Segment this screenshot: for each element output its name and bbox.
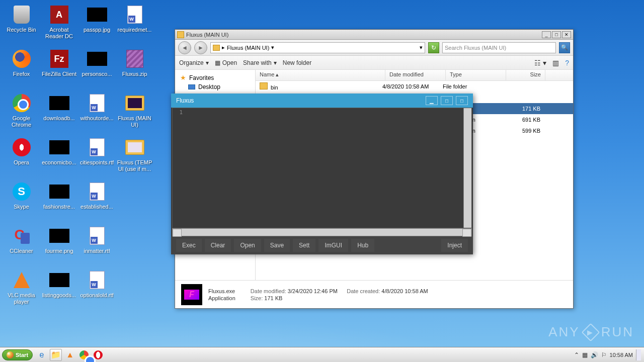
star-icon: ★ bbox=[180, 74, 186, 81]
show-desktop-button[interactable] bbox=[636, 349, 641, 360]
desktop-icon[interactable]: requiredmet... bbox=[116, 3, 153, 47]
desktop-icon[interactable]: CCleaner bbox=[3, 224, 40, 268]
folder-icon bbox=[177, 31, 184, 38]
desktop-icon[interactable]: fashionstre... bbox=[40, 179, 78, 224]
hub-button[interactable]: Hub bbox=[351, 239, 374, 252]
editor-textarea[interactable] bbox=[185, 108, 471, 228]
minimize-button[interactable]: ▁ bbox=[426, 96, 438, 105]
search-input[interactable]: Search Fluxus (MAIN UI) bbox=[442, 42, 556, 53]
open-button[interactable]: ▦ Open bbox=[215, 59, 237, 66]
organize-menu[interactable]: Organize ▾ bbox=[179, 59, 209, 66]
windows-orb-icon bbox=[7, 351, 14, 358]
file-thumbnail: F bbox=[181, 284, 202, 305]
column-size[interactable]: Size bbox=[506, 70, 545, 80]
preview-pane-button[interactable]: ▥ bbox=[552, 59, 559, 67]
desktop-icon[interactable]: fourme.png bbox=[40, 224, 78, 268]
tray-shield-icon[interactable]: ▦ bbox=[582, 351, 588, 358]
taskbar-vlc[interactable]: ▲ bbox=[64, 349, 76, 361]
desktop-icon[interactable]: passpp.jpg bbox=[78, 3, 116, 47]
taskbar-explorer[interactable]: 📁 bbox=[50, 349, 62, 361]
address-bar[interactable]: ▸ Fluxus (MAIN UI) ▾ ▾ bbox=[210, 42, 425, 53]
taskbar-ie[interactable]: e bbox=[36, 349, 48, 361]
open-button[interactable]: Open bbox=[234, 239, 261, 252]
fluxus-toolbar: Exec Clear Open Save Sett ImGUI Hub Inje… bbox=[171, 236, 473, 254]
play-icon: ▶ bbox=[581, 323, 600, 341]
help-button[interactable]: ? bbox=[565, 59, 569, 67]
exec-button[interactable]: Exec bbox=[176, 239, 202, 252]
column-headers[interactable]: Name ▴ Date modified Type Size bbox=[256, 70, 573, 81]
line-gutter: 1 bbox=[173, 108, 185, 228]
share-menu[interactable]: Share with ▾ bbox=[243, 59, 277, 66]
vertical-scrollbar[interactable] bbox=[463, 108, 471, 228]
file-row[interactable]: bin4/8/2020 10:58 AMFile folder bbox=[256, 81, 573, 92]
column-date[interactable]: Date modified bbox=[385, 70, 446, 80]
inject-button[interactable]: Inject bbox=[441, 239, 468, 252]
column-name[interactable]: Name ▴ bbox=[256, 70, 385, 80]
desktop-icon[interactable]: economicbo... bbox=[40, 135, 78, 179]
refresh-button[interactable]: ↻ bbox=[428, 42, 439, 53]
tray-expand-icon[interactable]: ⌃ bbox=[574, 351, 579, 358]
desktop-icon[interactable]: Opera bbox=[3, 135, 40, 179]
taskbar[interactable]: Start e 📁 ▲ ⌃ ▦ 🔊 ⚐ 10:58 AM bbox=[0, 347, 644, 362]
horizontal-scrollbar[interactable] bbox=[172, 228, 472, 236]
new-folder-button[interactable]: New folder bbox=[283, 59, 311, 66]
fluxus-title: Fluxus bbox=[176, 97, 423, 104]
fluxus-window[interactable]: Fluxus ▁ □ □ 1 Exec Clear Open Save Sett… bbox=[171, 94, 473, 254]
fluxus-titlebar[interactable]: Fluxus ▁ □ □ bbox=[171, 94, 473, 108]
desktop-icon[interactable]: withoutorde... bbox=[78, 91, 116, 135]
desktop-icon[interactable]: FzFileZilla Client bbox=[40, 47, 78, 91]
desktop-icon[interactable]: SSkype bbox=[3, 179, 40, 224]
address-toolbar: ◄ ► ▸ Fluxus (MAIN UI) ▾ ▾ ↻ Search Flux… bbox=[175, 40, 573, 56]
desktop-icon[interactable]: Firefox bbox=[3, 47, 40, 91]
search-button[interactable]: 🔍 bbox=[559, 42, 570, 53]
desktop-icon[interactable]: inmatter.rtf bbox=[78, 224, 116, 268]
explorer-titlebar[interactable]: Fluxus (MAIN UI) _ □ ✕ bbox=[175, 30, 573, 40]
desktop-icon[interactable]: Fluxus (TEMP UI (use if m... bbox=[116, 135, 153, 179]
taskbar-chrome[interactable] bbox=[78, 349, 90, 361]
forward-button[interactable]: ► bbox=[194, 41, 207, 54]
detail-filename: Fluxus.exe bbox=[208, 288, 235, 294]
favorites-group[interactable]: ★Favorites bbox=[175, 73, 255, 82]
desktop-icon[interactable]: VLC media player bbox=[3, 268, 40, 312]
details-pane: F Fluxus.exe Date modified: 3/24/2020 12… bbox=[175, 280, 573, 308]
desktop-icon[interactable]: Recycle Bin bbox=[3, 3, 40, 47]
start-button[interactable]: Start bbox=[2, 349, 33, 360]
imgui-button[interactable]: ImGUI bbox=[318, 239, 348, 252]
clear-button[interactable]: Clear bbox=[205, 239, 231, 252]
breadcrumb: Fluxus (MAIN UI) bbox=[227, 45, 269, 51]
column-type[interactable]: Type bbox=[446, 70, 506, 80]
window-title: Fluxus (MAIN UI) bbox=[186, 32, 541, 38]
save-button[interactable]: Save bbox=[264, 239, 290, 252]
minimize-button[interactable]: _ bbox=[542, 31, 551, 38]
close-button[interactable]: ✕ bbox=[562, 31, 571, 38]
detail-type: Application bbox=[208, 295, 235, 301]
desktop-icon bbox=[188, 84, 195, 89]
clock[interactable]: 10:58 AM bbox=[610, 352, 633, 358]
back-button[interactable]: ◄ bbox=[178, 41, 191, 54]
desktop-icons-grid: Recycle BinAAcrobat Reader DCpasspp.jpgr… bbox=[3, 3, 153, 312]
desktop-icon[interactable]: AAcrobat Reader DC bbox=[40, 3, 78, 47]
desktop-icon[interactable]: Google Chrome bbox=[3, 91, 40, 135]
desktop-icon[interactable]: established... bbox=[78, 179, 116, 224]
desktop-icon[interactable]: optionalold.rtf bbox=[78, 268, 116, 312]
watermark: ANY ▶ RUN bbox=[548, 324, 634, 340]
sidebar-desktop[interactable]: Desktop bbox=[175, 82, 255, 92]
tray-flag-icon[interactable]: ⚐ bbox=[601, 351, 607, 358]
maximize-button[interactable]: □ bbox=[441, 96, 453, 105]
desktop-icon[interactable]: Fluxus (MAIN UI) bbox=[116, 91, 153, 135]
code-editor[interactable]: 1 bbox=[172, 108, 472, 228]
folder-icon bbox=[213, 45, 220, 51]
desktop-icon[interactable]: personsco... bbox=[78, 47, 116, 91]
view-menu[interactable]: ☷ ▾ bbox=[534, 59, 546, 67]
settings-button[interactable]: Sett bbox=[293, 239, 315, 252]
desktop-icon[interactable]: Fluxus.zip bbox=[116, 47, 153, 91]
system-tray: ⌃ ▦ 🔊 ⚐ 10:58 AM bbox=[571, 349, 644, 360]
desktop-icon[interactable]: downloadb... bbox=[40, 91, 78, 135]
desktop-icon[interactable]: listinggoods... bbox=[40, 268, 78, 312]
desktop-icon[interactable]: citiespoints.rtf bbox=[78, 135, 116, 179]
command-toolbar: Organize ▾ ▦ Open Share with ▾ New folde… bbox=[175, 56, 573, 70]
maximize-button[interactable]: □ bbox=[552, 31, 561, 38]
close-button[interactable]: □ bbox=[456, 96, 468, 105]
tray-volume-icon[interactable]: 🔊 bbox=[591, 351, 598, 358]
